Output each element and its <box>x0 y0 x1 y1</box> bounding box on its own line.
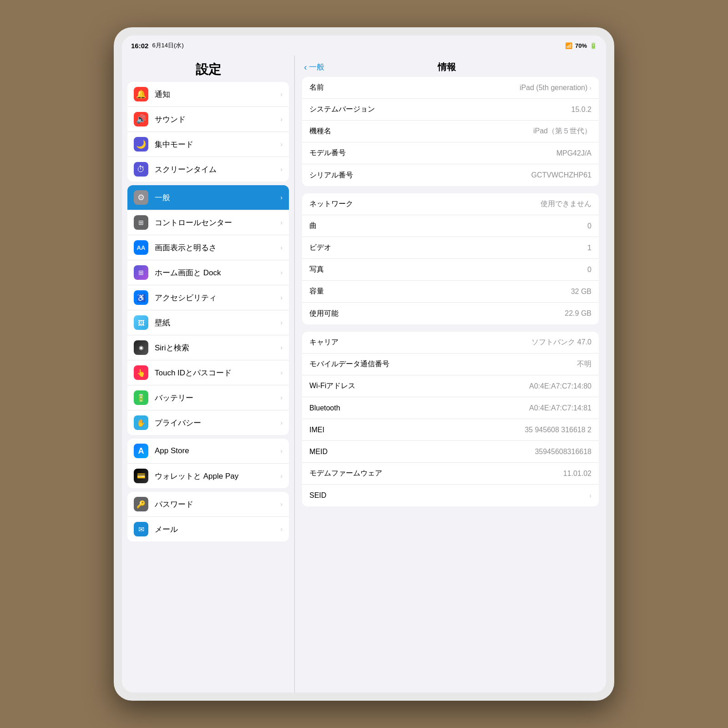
value-photos: 0 <box>587 266 592 274</box>
sidebar-group-2: ⚙ 一般 › ⊞ コントロールセンター › AA 画面表示と明るさ › <box>127 185 289 435</box>
status-time: 16:02 <box>131 42 148 50</box>
info-row-songs: 曲 0 <box>302 215 599 237</box>
siri-icon: ◉ <box>134 340 148 355</box>
wallet-icon: 💳 <box>134 469 148 483</box>
label-videos: ビデオ <box>309 243 331 253</box>
value-carrier: ソフトバンク 47.0 <box>531 338 592 347</box>
label-model-number: モデル番号 <box>309 148 346 158</box>
sidebar-item-sounds[interactable]: 🔊 サウンド › <box>127 107 289 132</box>
screentime-icon: ⏱ <box>134 162 148 177</box>
name-value-text: iPad (5th generation) <box>520 84 587 92</box>
label-wifi-address: Wi-Fiアドレス <box>309 381 355 391</box>
info-group-basic: 名前 iPad (5th generation) › システムバージョン 15.… <box>302 77 599 186</box>
info-row-videos: ビデオ 1 <box>302 237 599 259</box>
sidebar-label-notifications: 通知 <box>155 89 280 100</box>
accessibility-icon: ♿ <box>134 290 148 305</box>
chevron-icon: › <box>280 91 283 98</box>
touchid-icon: 👆 <box>134 365 148 380</box>
back-chevron-icon: ‹ <box>304 62 307 72</box>
sidebar-title: 設定 <box>122 56 294 82</box>
sidebar-item-battery[interactable]: 🔋 バッテリー › <box>127 385 289 410</box>
value-version: 15.0.2 <box>571 106 592 114</box>
chevron-icon: › <box>280 294 283 301</box>
main-content: 設定 🔔 通知 › 🔊 サウンド › 🌙 集中モード <box>122 56 606 693</box>
sidebar-item-passwords[interactable]: 🔑 パスワード › <box>127 492 289 517</box>
info-row-network: ネットワーク 使用できません <box>302 193 599 215</box>
sidebar-label-general: 一般 <box>155 192 280 203</box>
value-videos: 1 <box>587 244 592 252</box>
sidebar-item-homescreen[interactable]: ⊞ ホーム画面と Dock › <box>127 260 289 285</box>
label-serial: シリアル番号 <box>309 171 353 180</box>
chevron-icon: › <box>280 394 283 401</box>
value-seid: › <box>589 492 592 499</box>
control-center-icon: ⊞ <box>134 215 148 230</box>
info-row-capacity: 容量 32 GB <box>302 281 599 303</box>
sidebar-item-touchid[interactable]: 👆 Touch IDとパスコード › <box>127 360 289 385</box>
sidebar-item-mail[interactable]: ✉ メール › <box>127 517 289 541</box>
sidebar-item-focus[interactable]: 🌙 集中モード › <box>127 132 289 157</box>
sidebar-label-battery: バッテリー <box>155 393 280 403</box>
value-available: 22.9 GB <box>565 309 592 318</box>
sidebar-label-touchid: Touch IDとパスコード <box>155 368 280 378</box>
label-name: 名前 <box>309 83 324 92</box>
sidebar-label-siri: Siriと検索 <box>155 343 280 353</box>
value-serial: GCTVWCHZHP61 <box>531 171 592 179</box>
sidebar-item-notifications[interactable]: 🔔 通知 › <box>127 82 289 107</box>
label-modem: モデムファームウェア <box>309 469 382 478</box>
info-row-seid[interactable]: SEID › <box>302 485 599 506</box>
info-row-mobile-number: モバイルデータ通信番号 不明 <box>302 354 599 375</box>
info-row-imei: IMEI 35 945608 316618 2 <box>302 419 599 441</box>
value-capacity: 32 GB <box>571 288 592 296</box>
info-row-photos: 写真 0 <box>302 259 599 281</box>
sidebar-item-privacy[interactable]: ✋ プライバシー › <box>127 410 289 435</box>
sidebar-item-wallpaper[interactable]: 🖼 壁紙 › <box>127 310 289 335</box>
info-row-available: 使用可能 22.9 GB <box>302 303 599 324</box>
sidebar: 設定 🔔 通知 › 🔊 サウンド › 🌙 集中モード <box>122 56 295 693</box>
sidebar-item-control-center[interactable]: ⊞ コントロールセンター › <box>127 210 289 235</box>
sidebar-item-general[interactable]: ⚙ 一般 › <box>127 185 289 210</box>
value-model-number: MPG42J/A <box>556 149 592 157</box>
chevron-icon: › <box>280 369 283 376</box>
label-version: システムバージョン <box>309 105 375 114</box>
sidebar-item-appstore[interactable]: A App Store › <box>127 439 289 464</box>
chevron-icon: › <box>280 526 283 533</box>
status-right: 📶 70% 🔋 <box>565 42 597 49</box>
info-row-modem: モデムファームウェア 11.01.02 <box>302 463 599 485</box>
tablet-frame: 16:02 6月14日(水) 📶 70% 🔋 設定 🔔 通知 › <box>114 27 614 701</box>
value-name[interactable]: iPad (5th generation) › <box>520 84 592 92</box>
notifications-icon: 🔔 <box>134 87 148 101</box>
label-capacity: 容量 <box>309 287 324 296</box>
sidebar-item-accessibility[interactable]: ♿ アクセシビリティ › <box>127 285 289 310</box>
sidebar-item-screentime[interactable]: ⏱ スクリーンタイム › <box>127 157 289 182</box>
info-row-model-name: 機種名 iPad（第５世代） <box>302 121 599 142</box>
chevron-icon: › <box>280 166 283 173</box>
chevron-icon: › <box>280 141 283 148</box>
sidebar-label-passwords: パスワード <box>155 499 280 510</box>
wifi-icon: 📶 <box>565 42 572 49</box>
sidebar-label-display: 画面表示と明るさ <box>155 243 280 253</box>
value-imei: 35 945608 316618 2 <box>525 426 592 434</box>
value-songs: 0 <box>587 222 592 230</box>
sidebar-label-mail: メール <box>155 524 280 535</box>
info-row-wifi-address: Wi-Fiアドレス A0:4E:A7:C7:14:80 <box>302 375 599 397</box>
label-songs: 曲 <box>309 221 317 231</box>
sidebar-item-wallet[interactable]: 💳 ウォレットと Apple Pay › <box>127 464 289 488</box>
detail-panel: ‹ 一般 情報 名前 iPad (5th generation) › <box>295 56 606 693</box>
nav-back-button[interactable]: ‹ 一般 <box>304 62 324 72</box>
value-meid: 35945608316618 <box>535 448 592 456</box>
label-bluetooth: Bluetooth <box>309 404 340 412</box>
tablet-screen: 16:02 6月14日(水) 📶 70% 🔋 設定 🔔 通知 › <box>122 35 606 693</box>
sidebar-item-siri[interactable]: ◉ Siriと検索 › <box>127 335 289 360</box>
info-row-version: システムバージョン 15.0.2 <box>302 99 599 121</box>
label-photos: 写真 <box>309 265 324 274</box>
sounds-icon: 🔊 <box>134 112 148 126</box>
info-row-meid: MEID 35945608316618 <box>302 441 599 463</box>
sidebar-label-control-center: コントロールセンター <box>155 217 280 228</box>
sidebar-item-display[interactable]: AA 画面表示と明るさ › <box>127 235 289 260</box>
info-row-carrier: キャリア ソフトバンク 47.0 <box>302 332 599 354</box>
focus-icon: 🌙 <box>134 137 148 152</box>
value-wifi-address: A0:4E:A7:C7:14:80 <box>529 382 592 390</box>
label-imei: IMEI <box>309 426 324 434</box>
value-bluetooth: A0:4E:A7:C7:14:81 <box>529 404 592 412</box>
privacy-icon: ✋ <box>134 415 148 430</box>
